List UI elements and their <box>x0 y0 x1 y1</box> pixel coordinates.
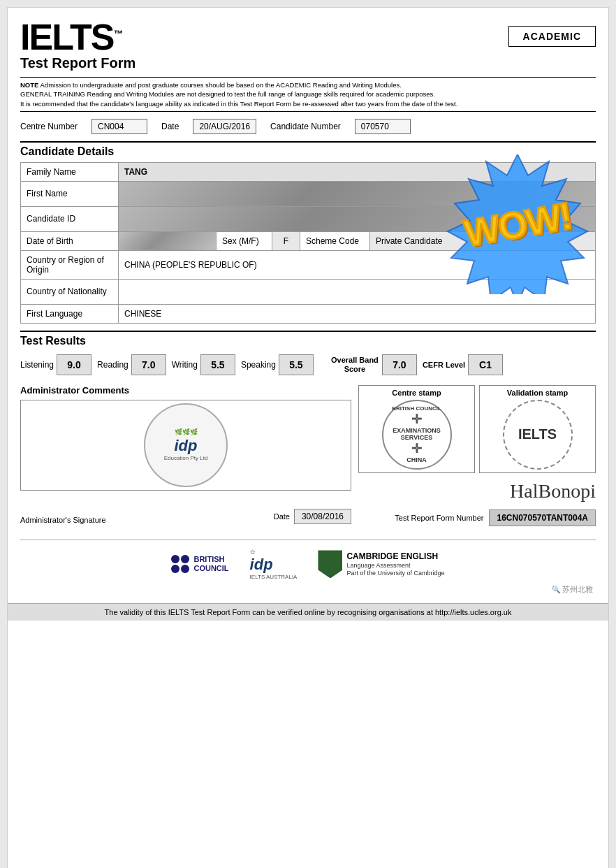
note-section: NOTE Admission to undergraduate and post… <box>20 77 596 112</box>
country-nationality-row: Country of Nationality <box>21 279 596 304</box>
family-name-value: TANG <box>119 162 596 181</box>
sex-value: F <box>272 231 300 250</box>
bc-dot-1 <box>171 555 179 563</box>
overall-group: Overall Band Score 7.0 <box>330 354 417 375</box>
british-council-text: BRITISH COUNCIL <box>193 555 228 573</box>
speaking-score: 5.5 <box>279 354 314 375</box>
cambridge-sub1: Language Assessment <box>346 562 444 570</box>
admin-comment-box: 🌿🌿🌿 idp Education Pty Ltd <box>20 400 351 491</box>
first-language-label: First Language <box>21 304 119 323</box>
stamp-row: Centre stamp BRITISH COUNCIL ✛ EXAMINATI… <box>358 385 596 473</box>
scheme-code-value: Private Candidate <box>370 231 596 250</box>
speaking-group: Speaking 5.5 <box>241 354 314 375</box>
idp-footer-sub: IELTS AUSTRALIA <box>250 574 298 580</box>
bc-dots <box>171 555 189 573</box>
date-label: Date <box>161 122 179 131</box>
family-name-row: Family Name TANG <box>21 162 596 181</box>
test-results-section: Test Results Listening 9.0 Reading 7.0 W… <box>20 331 596 375</box>
header: IELTS™ Test Report Form ACADEMIC <box>20 19 596 71</box>
centre-stamp-label: Centre stamp <box>362 389 471 397</box>
centre-stamp-line1: BRITISH COUNCIL <box>392 405 441 412</box>
centre-stamp-circle: BRITISH COUNCIL ✛ EXAMINATIONS SERVICES … <box>382 400 452 470</box>
idp-footer: ✿ idp IELTS AUSTRALIA <box>250 549 298 580</box>
country-nationality-value <box>119 279 596 304</box>
footer-validity: The validity of this IELTS Test Report F… <box>8 603 608 621</box>
date-area: Date 30/08/2016 <box>274 509 351 524</box>
centre-stamp-line4: CHINA <box>406 456 427 463</box>
country-origin-value: CHINA (PEOPLE'S REPUBLIC OF) <box>119 250 596 279</box>
note-text3: It is recommended that the candidate's l… <box>20 100 457 108</box>
listening-group: Listening 9.0 <box>20 354 91 375</box>
cefr-label: CEFR Level <box>423 361 465 369</box>
cambridge-shield-icon <box>318 550 342 578</box>
first-language-value: CHINESE <box>119 304 596 323</box>
british-council-logo: BRITISH COUNCIL <box>171 555 228 573</box>
trf-label: Test Report Form Number <box>395 514 483 522</box>
writing-score: 5.5 <box>200 354 235 375</box>
sig-label: Administrator's Signature <box>20 516 106 524</box>
centre-number-label: Centre Number <box>20 122 78 131</box>
writing-label: Writing <box>172 360 198 370</box>
candidate-details-heading: Candidate Details <box>20 141 596 158</box>
country-nationality-label: Country of Nationality <box>21 279 119 304</box>
trf-value: 16CN070570TANT004A <box>489 509 596 526</box>
cefr-group: CEFR Level C1 <box>423 354 503 375</box>
idp-footer-text: idp <box>250 556 298 574</box>
idp-circle: 🌿🌿🌿 idp Education Pty Ltd <box>144 403 228 487</box>
overall-score: 7.0 <box>382 354 417 375</box>
sex-label: Sex (M/F) <box>217 231 272 250</box>
listening-score: 9.0 <box>57 354 91 375</box>
listening-label: Listening <box>20 360 54 370</box>
dob-label: Date of Birth <box>21 231 119 250</box>
first-name-row: First Name <box>21 181 596 206</box>
admin-heading: Administrator Comments <box>20 385 351 396</box>
validation-stamp-label: Validation stamp <box>483 389 592 397</box>
date-value: 20/AUG/2016 <box>193 119 256 134</box>
ielts-trf-page: IELTS™ Test Report Form ACADEMIC NOTE Ad… <box>7 7 609 868</box>
candidate-table: Family Name TANG First Name Candidate ID… <box>20 162 596 324</box>
first-name-label: First Name <box>21 181 119 206</box>
info-row: Centre Number CN004 Date 20/AUG/2016 Can… <box>20 119 596 134</box>
note-text2: GENERAL TRAINING Reading and Writing Mod… <box>20 90 435 98</box>
centre-stamp-line3: SERVICES <box>401 434 432 441</box>
centre-stamp-line2: EXAMINATIONS <box>393 427 440 434</box>
reading-group: Reading 7.0 <box>97 354 166 375</box>
scheme-code-label: Scheme Code <box>300 231 370 250</box>
note-text1: Admission to undergraduate and post grad… <box>41 81 402 89</box>
first-language-row: First Language CHINESE <box>21 304 596 323</box>
bc-dot-3 <box>171 565 179 573</box>
candidate-number-label: Candidate Number <box>270 122 341 131</box>
footer-logos: BRITISH COUNCIL ✿ idp IELTS AUSTRALIA C <box>20 540 596 583</box>
centre-number-value: CN004 <box>91 119 147 134</box>
ielts-logo: IELTS™ <box>20 19 135 55</box>
note-label: NOTE <box>20 81 38 89</box>
form-type-box: ACADEMIC <box>508 26 596 47</box>
admin-sig-date: Administrator's Signature Date 30/08/201… <box>20 491 351 528</box>
idp-logo-text: idp <box>175 437 198 455</box>
cambridge-logo: CAMBRIDGE ENGLISH Language Assessment Pa… <box>318 550 444 578</box>
date-value: 30/08/2016 <box>294 509 351 524</box>
cefr-value: C1 <box>468 354 503 375</box>
speaking-label: Speaking <box>241 360 276 370</box>
admin-left: Administrator Comments 🌿🌿🌿 idp Education… <box>20 385 351 528</box>
candidate-id-value <box>119 206 596 231</box>
candidate-number-value: 070570 <box>355 119 411 134</box>
watermark: 🔍 苏州北雅 <box>20 583 596 596</box>
cambridge-sub2: Part of the University of Cambridge <box>346 570 444 577</box>
writing-group: Writing 5.5 <box>172 354 235 375</box>
centre-stamp-box: Centre stamp BRITISH COUNCIL ✛ EXAMINATI… <box>358 385 475 473</box>
reading-score: 7.0 <box>131 354 166 375</box>
overall-label: Overall Band Score <box>330 356 379 374</box>
cambridge-title: CAMBRIDGE ENGLISH <box>346 551 444 561</box>
bc-dot-4 <box>181 565 189 573</box>
reading-label: Reading <box>97 360 129 370</box>
test-results-heading: Test Results <box>20 331 596 347</box>
country-origin-row: Country or Region of Origin CHINA (PEOPL… <box>21 250 596 279</box>
report-title: Test Report Form <box>20 55 135 71</box>
sig-line <box>20 495 106 516</box>
first-name-value <box>119 181 596 206</box>
candidate-id-row: Candidate ID <box>21 206 596 231</box>
date-label: Date <box>274 512 290 521</box>
admin-signature: HalBonopi <box>358 477 596 505</box>
stamps-area: Centre stamp BRITISH COUNCIL ✛ EXAMINATI… <box>358 385 596 528</box>
